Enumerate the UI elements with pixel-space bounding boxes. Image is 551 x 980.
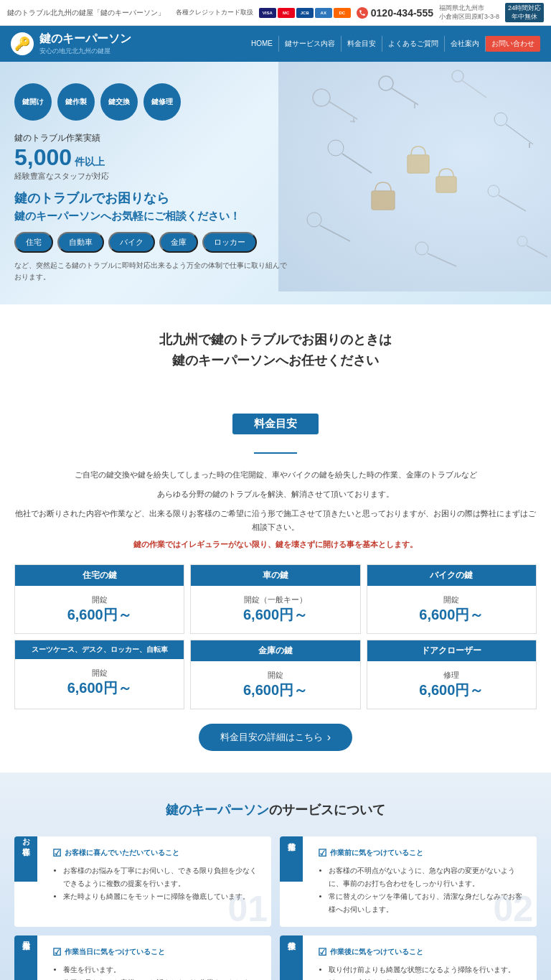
pricing-price-5: 6,600円～ xyxy=(376,681,527,700)
service-tag-2: ☑ 作業当日に気をつけていること xyxy=(52,946,260,958)
pricing-label-0: 開錠 xyxy=(24,594,175,605)
service-content-2: ☑ 作業当日に気をつけていること 養生を行います。 作業を見られるお客様とはお話… xyxy=(52,946,260,980)
svg-line-18 xyxy=(499,195,526,211)
pricing-card-header-2: バイクの鍵 xyxy=(367,565,536,586)
discover-logo: DC xyxy=(334,8,351,18)
hero-text-line2: 鍵のキーパーソンへお気軽にご相談ください！ xyxy=(14,208,287,225)
service-label-1: 作業前 xyxy=(280,836,303,882)
hero-keys-visual xyxy=(278,62,551,291)
btn-locker[interactable]: ロッカー xyxy=(202,232,257,253)
pricing-desc2: あらゆる分野の鍵のトラブルを解決、解消させて頂いております。 xyxy=(14,487,537,501)
pricing-card-1: 車の鍵 開錠（一般キー） 6,600円～ xyxy=(190,564,360,634)
pricing-label-5: 修理 xyxy=(376,670,527,681)
services-heading: 鍵のキーパーソンのサービスについて xyxy=(14,801,537,818)
check-icon-3: ☑ xyxy=(318,946,327,958)
pricing-price-3: 6,600円～ xyxy=(24,678,175,698)
pricing-grid-bottom: スーツケース、デスク、ロッカー、自転車 開錠 6,600円～ 金庫の鍵 開錠 6… xyxy=(14,640,537,709)
nav-contact[interactable]: お問い合わせ xyxy=(486,36,540,52)
nav-faq[interactable]: よくあるご質問 xyxy=(382,36,445,52)
tag-shuri: 鍵修理 xyxy=(143,83,181,121)
services-heading-accent: 鍵のキーパーソン xyxy=(166,803,269,817)
pricing-more-btn[interactable]: 料金目安の詳細はこちら › xyxy=(199,724,352,751)
hero-main-text: 鍵のトラブルでお困りなら 鍵のキーパーソンへお気軽にご相談ください！ xyxy=(14,189,287,225)
pricing-card-body-4: 開錠 6,600円～ xyxy=(191,661,359,709)
nav-services[interactable]: 鍵サービス内容 xyxy=(279,36,342,52)
pricing-badge: 料金目安 xyxy=(232,414,319,434)
services-heading-post: のサービスについて xyxy=(269,803,385,817)
pricing-card-body-2: 開錠 6,600円～ xyxy=(367,586,536,633)
logo-area: 🔑 鍵のキーパーソン 安心の地元北九州の鍵屋 xyxy=(11,32,131,56)
svg-point-12 xyxy=(494,113,507,126)
svg-line-20 xyxy=(320,225,350,241)
service-tag-text-1: 作業前に気をつけていること xyxy=(330,848,423,858)
address-line2: 小倉南区田原町3-3-8 xyxy=(439,13,499,22)
pricing-card-body-3: 開錠 6,600円～ xyxy=(15,659,184,706)
pricing-grid-top: 住宅の鍵 開錠 6,600円～ 車の鍵 開錠（一般キー） 6,600円～ バイク… xyxy=(14,564,537,634)
service-label-0: お客様 xyxy=(14,836,37,882)
phone-area: 0120-434-555 xyxy=(357,7,433,19)
divider xyxy=(254,452,297,454)
pricing-label-2: 開錠 xyxy=(376,594,527,605)
pricing-label-3: 開錠 xyxy=(24,668,175,678)
pricing-card-0: 住宅の鍵 開錠 6,600円～ xyxy=(14,564,184,634)
check-icon-0: ☑ xyxy=(52,847,62,859)
nav-pricing[interactable]: 料金目安 xyxy=(342,36,382,52)
services-section: 鍵のキーパーソンのサービスについて お客様 ☑ お客様に喜んでいただいていること… xyxy=(0,773,551,980)
stat-label: 鍵のトラブル作業実績 xyxy=(14,132,287,144)
btn-bike[interactable]: バイク xyxy=(108,232,155,253)
check-icon-1: ☑ xyxy=(318,847,327,859)
amex-logo: AX xyxy=(315,8,332,18)
pricing-title-wrap: 料金目安 ご自宅の鍵交換や鍵を紛失してしまった時の住宅開錠、車やバイクの鍵を紛失… xyxy=(14,414,537,550)
check-icon-2: ☑ xyxy=(52,946,62,958)
pricing-price-4: 6,600円～ xyxy=(199,681,351,700)
logo-title: 鍵のキーパーソン xyxy=(39,32,131,47)
service-card-3: 作業後 ☑ 作業後に気をつけていること 取り付け前よりも綺麗な状態になるよう掃除… xyxy=(280,935,537,980)
services-grid: お客様 ☑ お客様に喜んでいただいていること お客様のお悩みを丁寧にお伺いし、で… xyxy=(14,836,537,980)
btn-kinko[interactable]: 金庫 xyxy=(159,232,198,253)
service-item-0-0: お客様のお悩みを丁寧にお伺いし、できる限り負担を少なくできるように複数の提案を行… xyxy=(63,864,260,890)
logo-icon: 🔑 xyxy=(11,32,34,55)
header: 🔑 鍵のキーパーソン 安心の地元北九州の鍵屋 HOME 鍵サービス内容 料金目安… xyxy=(0,26,551,62)
svg-line-1 xyxy=(329,101,357,119)
tag-koekan: 鍵交換 xyxy=(100,83,138,121)
service-number-0: 01 xyxy=(227,891,268,927)
address-area: 福岡県北九州市 小倉南区田原町3-3-8 xyxy=(439,4,499,21)
phone-number: 0120-434-555 xyxy=(371,7,433,19)
pricing-note: 鍵の作業ではイレギュラーがない限り、鍵を壊さずに開ける事を基本とします。 xyxy=(14,539,537,550)
cc-logos: VISA MC JCB AX DC xyxy=(259,8,351,18)
svg-line-16 xyxy=(342,154,372,173)
stat-number: 5,000 xyxy=(14,144,72,170)
hours-sub: 年中無休 xyxy=(508,13,541,22)
svg-point-23 xyxy=(517,236,527,246)
visa-logo: VISA xyxy=(259,8,276,18)
service-label-3: 作業後 xyxy=(280,935,303,980)
svg-point-0 xyxy=(313,89,330,106)
svg-rect-11 xyxy=(372,191,395,210)
svg-point-7 xyxy=(452,70,463,82)
service-tag-1: ☑ 作業前に気をつけていること xyxy=(318,847,526,859)
service-content-3: ☑ 作業後に気をつけていること 取り付け前よりも綺麗な状態になるよう掃除を行いま… xyxy=(318,946,526,980)
pricing-card-3: スーツケース、デスク、ロッカー、自転車 開錠 6,600円～ xyxy=(14,640,184,709)
pricing-price-0: 6,600円～ xyxy=(24,605,175,625)
nav-home[interactable]: HOME xyxy=(245,36,279,52)
hero-stat: 鍵のトラブル作業実績 5,000 件以上 経験豊富なスタッフが対応 xyxy=(14,132,287,182)
logo-subtitle: 安心の地元北九州の鍵屋 xyxy=(39,47,131,56)
service-number-1: 02 xyxy=(493,891,533,927)
service-list-2: 養生を行います。 作業を見られるお客様とはお話をしながら作業をいたします。 作業… xyxy=(52,963,260,980)
svg-point-17 xyxy=(488,185,499,197)
pricing-card-body-5: 修理 6,600円～ xyxy=(367,661,536,709)
btn-juutaku[interactable]: 住宅 xyxy=(14,232,53,253)
svg-rect-10 xyxy=(436,177,456,192)
phone-icon xyxy=(357,7,368,19)
hero-buttons: 住宅 自動車 バイク 金庫 ロッカー xyxy=(14,232,287,253)
mid-heading: 北九州で鍵のトラブルでお困りのときは 鍵のキーパーソンへお任せください xyxy=(14,330,537,371)
btn-jidousha[interactable]: 自動車 xyxy=(57,232,104,253)
hero-section: 鍵開け 鍵作製 鍵交換 鍵修理 鍵のトラブル作業実績 5,000 件以上 経験豊… xyxy=(0,62,551,304)
service-list-3: 取り付け前よりも綺麗な状態になるよう掃除を行います。 鍵のケア方法もお伝えいたし… xyxy=(318,963,526,980)
mid-heading-line2: 鍵のキーパーソンへお任せください xyxy=(14,350,537,371)
pricing-more-label: 料金目安の詳細はこちら xyxy=(220,731,323,744)
service-card-0: お客様 ☑ お客様に喜んでいただいていること お客様のお悩みを丁寧にお伺いし、で… xyxy=(14,836,271,927)
svg-line-13 xyxy=(506,124,533,144)
nav-about[interactable]: 会社案内 xyxy=(445,36,486,52)
service-tags: 鍵開け 鍵作製 鍵交換 鍵修理 xyxy=(14,83,287,121)
